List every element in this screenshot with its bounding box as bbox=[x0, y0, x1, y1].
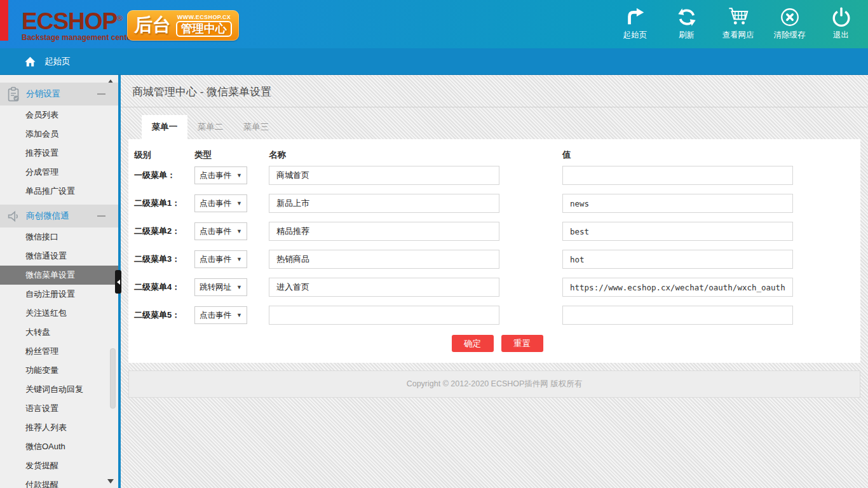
type-select-value: 点击事件 bbox=[200, 254, 231, 265]
collapse-minus-icon[interactable] bbox=[97, 215, 105, 217]
row-label: 二级菜单5： bbox=[134, 309, 194, 321]
tab-menu-1[interactable]: 菜单一 bbox=[142, 115, 187, 139]
refresh-icon bbox=[676, 6, 698, 28]
type-select-value: 点击事件 bbox=[200, 226, 231, 237]
power-icon bbox=[831, 6, 852, 28]
action-label: 退出 bbox=[833, 30, 849, 41]
header-level: 级别 bbox=[134, 149, 194, 161]
value-input[interactable] bbox=[562, 194, 793, 213]
breadcrumb-home[interactable]: 起始页 bbox=[24, 55, 71, 67]
sidebar-item-function-vars[interactable]: 功能变量 bbox=[0, 361, 118, 380]
sidebar-item-product-promotion[interactable]: 单品推广设置 bbox=[0, 182, 118, 201]
menu-form-panel: 级别 类型 名称 值 一级菜单： 点击事件 二级菜单1： 点击事件 二级菜单2：… bbox=[128, 139, 860, 363]
name-input[interactable] bbox=[269, 306, 499, 325]
badge-big-text: 后台 bbox=[134, 13, 171, 38]
value-input[interactable] bbox=[562, 306, 793, 325]
tab-menu-2[interactable]: 菜单二 bbox=[187, 115, 233, 139]
sidebar-section-distribution[interactable]: 分销设置 bbox=[0, 83, 118, 105]
breadcrumb-bar: 起始页 bbox=[0, 48, 868, 75]
action-clear-cache[interactable]: 清除缓存 bbox=[764, 6, 815, 41]
name-input[interactable] bbox=[269, 250, 499, 269]
form-buttons: 确定 重置 bbox=[134, 335, 860, 352]
section-title: 商创微信通 bbox=[26, 210, 69, 222]
header-value: 值 bbox=[562, 149, 860, 161]
row-label: 二级菜单1： bbox=[134, 198, 194, 209]
name-input[interactable] bbox=[269, 222, 499, 241]
type-select[interactable]: 点击事件 bbox=[194, 194, 247, 212]
sidebar-item-wechat-oauth[interactable]: 微信OAuth bbox=[0, 437, 118, 456]
collapse-minus-icon[interactable] bbox=[97, 93, 105, 95]
row-label: 二级菜单4： bbox=[134, 281, 194, 293]
sidebar-item-referrer-list[interactable]: 推荐人列表 bbox=[0, 418, 118, 437]
action-refresh[interactable]: 刷新 bbox=[661, 6, 712, 41]
sidebar-item-wechat-menu[interactable]: 微信菜单设置 bbox=[0, 266, 118, 285]
sidebar-item-follow-redpacket[interactable]: 关注送红包 bbox=[0, 304, 118, 323]
action-label: 起始页 bbox=[623, 30, 648, 41]
type-select[interactable]: 点击事件 bbox=[194, 166, 247, 184]
value-input[interactable] bbox=[562, 166, 793, 185]
menu-tabs: 菜单一 菜单二 菜单三 bbox=[128, 115, 860, 139]
type-select[interactable]: 跳转网址 bbox=[194, 278, 247, 296]
type-select[interactable]: 点击事件 bbox=[194, 306, 247, 324]
sidebar-item-ship-notice[interactable]: 发货提醒 bbox=[0, 456, 118, 475]
top-header: ECSHOP® Backstage management center 后台 W… bbox=[0, 0, 868, 48]
tab-menu-3[interactable]: 菜单三 bbox=[233, 115, 279, 139]
value-input[interactable] bbox=[562, 250, 793, 269]
footer: Copyright © 2012-2020 ECSHOP插件网 版权所有 bbox=[128, 370, 860, 398]
sidebar-item-language[interactable]: 语言设置 bbox=[0, 399, 118, 418]
sidebar-item-fans-management[interactable]: 粉丝管理 bbox=[0, 342, 118, 361]
sidebar-item-wechat-api[interactable]: 微信接口 bbox=[0, 227, 118, 247]
name-input[interactable] bbox=[269, 194, 499, 213]
main-content: 商城管理中心 - 微信菜单设置 菜单一 菜单二 菜单三 级别 类型 名称 值 一… bbox=[121, 75, 868, 488]
sidebar-item-lucky-wheel[interactable]: 大转盘 bbox=[0, 323, 118, 342]
action-start-page[interactable]: 起始页 bbox=[609, 6, 661, 41]
sidebar-section-wechat[interactable]: 商创微信通 bbox=[0, 205, 118, 227]
action-view-shop[interactable]: 查看网店 bbox=[712, 6, 764, 41]
sidebar-item-add-member[interactable]: 添加会员 bbox=[0, 125, 118, 144]
sidebar-item-wechat-settings[interactable]: 微信通设置 bbox=[0, 247, 118, 266]
sidebar-item-payment-notice[interactable]: 付款提醒 bbox=[0, 475, 118, 488]
copyright-text: Copyright © 2012-2020 ECSHOP插件网 版权所有 bbox=[407, 379, 583, 390]
backstage-badge: 后台 WWW.ECSHOP.CX 管理中心 bbox=[127, 10, 239, 41]
breadcrumb-label: 起始页 bbox=[44, 56, 71, 67]
registered-mark: ® bbox=[117, 14, 122, 23]
clipboard-icon bbox=[7, 86, 20, 102]
menu-row-sub3: 二级菜单3： 点击事件 bbox=[134, 250, 860, 269]
menu-row-sub5: 二级菜单5： 点击事件 bbox=[134, 306, 860, 325]
form-headers: 级别 类型 名称 值 bbox=[134, 149, 860, 161]
badge-url-text: WWW.ECSHOP.CX bbox=[177, 14, 231, 20]
value-input[interactable] bbox=[562, 222, 793, 241]
action-label: 查看网店 bbox=[722, 30, 754, 41]
scroll-down-icon[interactable] bbox=[107, 479, 114, 484]
section-title: 分销设置 bbox=[26, 88, 60, 100]
sidebar-collapse-handle[interactable] bbox=[115, 270, 121, 294]
reset-button[interactable]: 重置 bbox=[501, 335, 543, 352]
sidebar-item-recommend-settings[interactable]: 推荐设置 bbox=[0, 144, 118, 163]
sidebar-scrollbar-thumb[interactable] bbox=[110, 348, 116, 409]
value-input[interactable] bbox=[562, 278, 793, 297]
chevron-left-icon bbox=[117, 280, 120, 285]
logo-text: ECSHOP bbox=[22, 8, 117, 34]
sidebar-item-keyword-autoreply[interactable]: 关键词自动回复 bbox=[0, 380, 118, 399]
brand-red-stripe bbox=[0, 0, 8, 41]
sidebar-item-auto-register[interactable]: 自动注册设置 bbox=[0, 285, 118, 304]
clear-cache-icon bbox=[779, 6, 801, 28]
type-select-value: 跳转网址 bbox=[200, 282, 231, 293]
action-logout[interactable]: 退出 bbox=[815, 6, 867, 41]
menu-row-sub4: 二级菜单4： 跳转网址 bbox=[134, 278, 860, 297]
name-input[interactable] bbox=[269, 278, 499, 297]
action-label: 刷新 bbox=[679, 30, 695, 41]
sidebar-item-commission[interactable]: 分成管理 bbox=[0, 163, 118, 182]
menu-row-sub1: 二级菜单1： 点击事件 bbox=[134, 194, 860, 213]
row-label: 一级菜单： bbox=[134, 170, 194, 181]
sidebar-item-member-list[interactable]: 会员列表 bbox=[0, 105, 118, 125]
submit-button[interactable]: 确定 bbox=[452, 335, 494, 352]
logo-subtitle: Backstage management center bbox=[22, 33, 134, 42]
menu-row-level1: 一级菜单： 点击事件 bbox=[134, 166, 860, 185]
type-select[interactable]: 点击事件 bbox=[194, 250, 247, 268]
row-label: 二级菜单2： bbox=[134, 226, 194, 237]
name-input[interactable] bbox=[269, 166, 499, 185]
header-actions: 起始页 刷新 查看网店 清除缓存 退出 bbox=[609, 6, 867, 41]
badge-inner-text: 管理中心 bbox=[176, 21, 232, 37]
type-select[interactable]: 点击事件 bbox=[194, 222, 247, 240]
